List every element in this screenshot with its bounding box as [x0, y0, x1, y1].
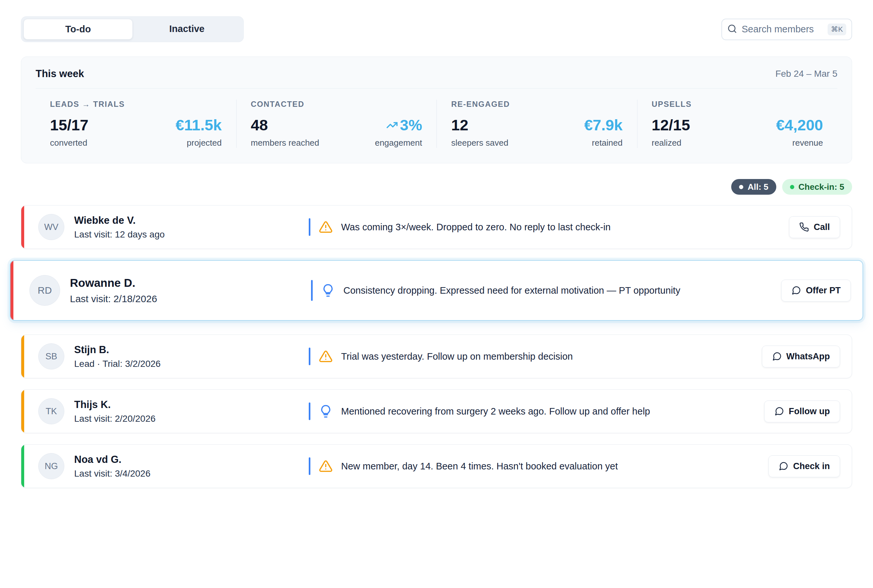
member-note: Consistency dropping. Expressed need for… [311, 280, 770, 301]
stat-secondary-value: €11.5k [176, 116, 222, 134]
member-note: Mentioned recovering from surgery 2 week… [309, 402, 753, 420]
filter-pill-label: Check-in: 5 [798, 182, 844, 192]
stat-group: RE-ENGAGED 12 sleepers saved €7.9k retai… [436, 100, 637, 148]
trending-up-icon [386, 117, 398, 135]
filter-pill[interactable]: Check-in: 5 [782, 179, 852, 195]
search-icon [727, 24, 737, 35]
warning-icon [319, 459, 333, 473]
stat-secondary-value: 3% [400, 116, 422, 134]
member-row[interactable]: TK Thijs K. Last visit: 2/20/2026 Mentio… [21, 389, 852, 433]
member-note: New member, day 14. Been 4 times. Hasn't… [309, 458, 757, 475]
member-subtitle: Lead · Trial: 3/2/2026 [74, 358, 161, 369]
chat-bubble-icon [791, 285, 801, 295]
stats-row: LEADS → TRIALS 15/17 converted €11.5k pr… [36, 100, 837, 148]
note-text: Trial was yesterday. Follow up on member… [341, 351, 573, 362]
stat-secondary: €7.9k retained [584, 116, 623, 148]
filter-pill[interactable]: All: 5 [731, 179, 776, 195]
chat-bubble-icon [772, 351, 782, 361]
stat-primary-caption: sleepers saved [451, 138, 508, 148]
stat-primary-value: 15/17 [50, 116, 88, 134]
stat-primary: 48 members reached [251, 116, 320, 148]
member-subtitle: Last visit: 2/20/2026 [74, 414, 156, 424]
stat-primary: 15/17 converted [50, 116, 88, 148]
stat-secondary: €4,200 revenue [776, 116, 823, 148]
status-accent-bar [10, 261, 14, 320]
stat-primary-value: 12 [451, 116, 508, 134]
stat-secondary: 3% engagement [375, 116, 422, 148]
action-button[interactable]: Offer PT [781, 280, 851, 302]
note-bar [309, 218, 310, 236]
filter-dot-icon [739, 185, 743, 189]
filter-dot-icon [790, 185, 794, 189]
filter-pills: All: 5 Check-in: 5 [21, 179, 852, 195]
member-subtitle: Last visit: 2/18/2026 [70, 293, 157, 304]
lightbulb-icon [321, 284, 335, 297]
member-list: WV Wiebke de V. Last visit: 12 days ago … [21, 205, 852, 488]
note-bar [309, 402, 310, 420]
avatar: SB [38, 344, 64, 369]
stat-group: UPSELLS 12/15 realized €4,200 revenue [637, 100, 838, 148]
avatar: WV [38, 214, 64, 240]
tab-group: To-do Inactive [21, 16, 244, 42]
stat-secondary-caption: revenue [776, 138, 823, 148]
action-button[interactable]: Follow up [764, 400, 840, 422]
stat-label: UPSELLS [652, 100, 824, 109]
phone-icon [799, 222, 809, 232]
stat-label: CONTACTED [251, 100, 423, 109]
week-summary-header: This week Feb 24 – Mar 5 [36, 68, 837, 88]
stat-secondary-value: €4,200 [776, 116, 823, 134]
stat-primary-caption: converted [50, 138, 88, 148]
tab-inactive[interactable]: Inactive [133, 19, 241, 39]
status-accent-bar [21, 335, 24, 378]
status-accent-bar [21, 206, 24, 249]
search-shortcut-badge: ⌘K [828, 24, 846, 35]
member-row[interactable]: RD Rowanne D. Last visit: 2/18/2026 Cons… [10, 260, 863, 321]
status-accent-bar [21, 390, 24, 433]
action-button[interactable]: Call [789, 216, 840, 238]
member-name: Stijn B. [74, 344, 161, 356]
stat-group: LEADS → TRIALS 15/17 converted €11.5k pr… [36, 100, 236, 148]
search-placeholder: Search members [742, 24, 814, 34]
week-summary-card: This week Feb 24 – Mar 5 LEADS → TRIALS … [21, 57, 852, 164]
member-row[interactable]: WV Wiebke de V. Last visit: 12 days ago … [21, 205, 852, 249]
stat-primary-caption: members reached [251, 138, 320, 148]
avatar: RD [29, 275, 60, 306]
member-dashboard: To-do Inactive Search members ⌘K This we… [0, 0, 873, 588]
action-button-label: Offer PT [806, 285, 841, 296]
action-button-label: WhatsApp [786, 351, 830, 362]
action-button[interactable]: WhatsApp [762, 346, 840, 368]
note-bar [309, 458, 310, 475]
stat-primary-value: 12/15 [652, 116, 690, 134]
member-name: Noa vd G. [74, 454, 150, 465]
warning-icon [319, 350, 333, 363]
note-text: New member, day 14. Been 4 times. Hasn't… [341, 461, 618, 472]
stat-primary-caption: realized [652, 138, 690, 148]
header: To-do Inactive Search members ⌘K [21, 16, 852, 42]
note-bar [311, 280, 313, 301]
action-button-label: Check in [793, 461, 830, 471]
search-input[interactable]: Search members ⌘K [722, 19, 852, 40]
lightbulb-icon [319, 404, 333, 418]
note-bar [309, 348, 310, 365]
member-name: Wiebke de V. [74, 214, 165, 226]
stat-secondary-caption: engagement [375, 138, 422, 148]
member-row[interactable]: NG Noa vd G. Last visit: 3/4/2026 New me… [21, 444, 852, 488]
stat-label: RE-ENGAGED [451, 100, 623, 109]
member-name: Thijs K. [74, 399, 156, 411]
stat-primary: 12 sleepers saved [451, 116, 508, 148]
member-name: Rowanne D. [70, 276, 157, 290]
action-button-label: Call [813, 222, 830, 232]
member-note: Trial was yesterday. Follow up on member… [309, 348, 750, 365]
action-button[interactable]: Check in [768, 455, 840, 477]
week-date-range: Feb 24 – Mar 5 [775, 69, 837, 79]
avatar: NG [38, 453, 64, 479]
note-text: Was coming 3×/week. Dropped to zero. No … [341, 222, 610, 232]
stat-label: LEADS → TRIALS [50, 100, 222, 109]
stat-secondary: €11.5k projected [176, 116, 222, 148]
note-text: Consistency dropping. Expressed need for… [344, 285, 680, 296]
member-subtitle: Last visit: 3/4/2026 [74, 468, 150, 479]
tab-todo[interactable]: To-do [24, 19, 133, 39]
stat-secondary-caption: retained [584, 138, 623, 148]
chat-bubble-icon [774, 406, 784, 416]
member-row[interactable]: SB Stijn B. Lead · Trial: 3/2/2026 Trial… [21, 334, 852, 378]
